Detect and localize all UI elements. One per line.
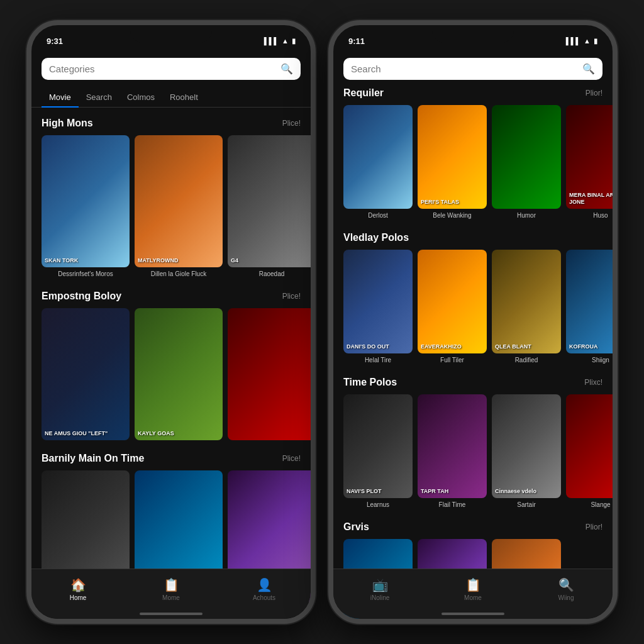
section-action-requiler[interactable]: Plior! — [586, 89, 602, 97]
section-title-empostng: Empostng Boloy — [42, 291, 121, 302]
inoline-icon: 📺 — [372, 577, 388, 592]
movie-poster: DANI'S DO OUT — [343, 250, 413, 353]
section-title-high-mons: High Mons — [42, 118, 93, 129]
nav-label-home: Home — [70, 594, 87, 601]
movie-card[interactable]: KOFROUA Shiign — [566, 250, 613, 364]
movie-poster: MATLYROWND — [135, 135, 223, 267]
nav-mome[interactable]: 📋 Mome — [125, 577, 218, 601]
poster-text: MATLYROWND — [138, 257, 219, 264]
movie-card[interactable]: Cinnaese vdelo Sartair — [492, 394, 561, 509]
movie-title: Raoedad — [228, 270, 311, 278]
section-action-barnily[interactable]: Plice! — [282, 454, 301, 463]
signal-icon-left: ▌▌▌ — [264, 37, 279, 45]
search-bar-right[interactable]: 🔍 — [343, 58, 602, 80]
movie-card[interactable]: PERI'S TALAS Bele Wanking — [418, 105, 487, 219]
movie-card[interactable]: MERA BINAL ARB JONE Huso — [566, 105, 613, 219]
section-requiler: Requiler Plior! Derlost PERI'S TALAS Bel… — [333, 87, 613, 219]
section-action-grvis[interactable]: Plior! — [586, 523, 602, 531]
movie-poster: MERA BINAL ARB JONE — [566, 105, 613, 209]
search-input-left[interactable] — [49, 64, 275, 74]
nav-wiing[interactable]: 🔍 Wiing — [519, 577, 613, 601]
tabs-left: Movie Search Colmos Roohelt — [31, 87, 311, 108]
achouts-icon: 👤 — [257, 577, 272, 592]
movie-poster — [566, 394, 613, 498]
movie-card[interactable]: NE AMUS GIOU "LEFT" — [42, 308, 130, 440]
status-icons-left: ▌▌▌ ▲ ▮ — [264, 37, 296, 45]
nav-label-achouts: Achouts — [253, 594, 275, 601]
tab-colmos[interactable]: Colmos — [119, 87, 162, 107]
section-header-grvis: Grvis Plior! — [333, 521, 613, 533]
movie-card[interactable]: Derlost — [343, 105, 413, 219]
section-action-empostng[interactable]: Plice! — [282, 292, 301, 301]
phone1-content: 🔍 Movie Search Colmos Roohelt High Mons … — [31, 53, 311, 619]
poster-text: NE AMUS GIOU "LEFT" — [45, 430, 126, 437]
movie-poster: SKAN TORK — [42, 135, 130, 267]
search-input-right[interactable] — [351, 64, 577, 74]
movie-card[interactable]: TAPR TAH Flail Time — [418, 394, 487, 509]
movie-poster: NAVI'S PLOT — [343, 394, 413, 498]
section-header-vledlay: Vledlay Polos — [333, 232, 613, 243]
movie-card[interactable]: NAVI'S PLOT Learnus — [343, 394, 413, 509]
movie-title: Radified — [492, 356, 561, 364]
search-button-right[interactable]: 🔍 — [582, 63, 595, 75]
poster-text: QLEA BLANT — [495, 343, 558, 350]
movie-title: Flail Time — [418, 501, 487, 509]
movies-row-high-mons: SKAN TORK Dessrinfset's Moros MATLYROWND… — [31, 135, 311, 278]
section-title-time-polos: Time Polos — [343, 377, 397, 388]
status-icons-right: ▌▌▌ ▲ ▮ — [566, 37, 597, 45]
movie-card[interactable]: QLEA BLANT Radified — [492, 250, 561, 364]
poster-text: NAVI'S PLOT — [347, 488, 409, 495]
nav-achouts[interactable]: 👤 Achouts — [218, 577, 311, 601]
tab-movie[interactable]: Movie — [42, 87, 79, 107]
movie-card[interactable]: EAVERAKHIZO Full Tiler — [418, 250, 487, 364]
status-bar-right: 9:11 ▌▌▌ ▲ ▮ — [333, 25, 613, 53]
movie-card[interactable]: G4 Raoedad — [228, 135, 311, 278]
search-button-left[interactable]: 🔍 — [280, 63, 293, 75]
home-indicator-left — [140, 613, 203, 615]
movie-card[interactable]: DANI'S DO OUT Helal Tire — [343, 250, 413, 364]
movie-title: Sartair — [492, 501, 561, 509]
search-bar-left[interactable]: 🔍 — [42, 58, 301, 80]
movies-row-vledlay: DANI'S DO OUT Helal Tire EAVERAKHIZO Ful… — [333, 250, 613, 364]
section-title-requiler: Requiler — [343, 87, 384, 99]
poster-text: G4 — [231, 257, 311, 264]
nav-inoline[interactable]: 📺 iNoline — [333, 577, 426, 601]
movie-poster: NE AMUS GIOU "LEFT" — [42, 308, 130, 440]
movies-row-requiler: Derlost PERI'S TALAS Bele Wanking Humor — [333, 105, 613, 219]
nav-label-wiing: Wiing — [558, 594, 574, 601]
movie-card[interactable]: Humor — [492, 105, 561, 219]
movie-card[interactable]: SKAN TORK Dessrinfset's Moros — [42, 135, 130, 278]
tab-search[interactable]: Search — [79, 87, 119, 107]
movie-card[interactable]: MATLYROWND Dillen la Giole Fluck — [135, 135, 223, 278]
signal-icon-right: ▌▌▌ — [566, 37, 580, 45]
movie-title: Derlost — [343, 211, 413, 219]
section-action-high-mons[interactable]: Plice! — [282, 119, 301, 128]
battery-icon-left: ▮ — [292, 37, 296, 45]
section-title-grvis: Grvis — [343, 521, 369, 533]
section-header-empostng: Empostng Boloy Plice! — [31, 291, 311, 302]
movie-poster: G4 — [228, 135, 311, 267]
nav-home[interactable]: 🏠 Home — [31, 577, 125, 601]
movie-card[interactable]: Slange — [566, 394, 613, 509]
status-bar-left: 9:31 ▌▌▌ ▲ ▮ — [31, 25, 311, 53]
movie-card[interactable]: KAYLY GOAS — [135, 308, 223, 440]
nav-label-mome: Mome — [162, 594, 180, 601]
nav-mome-right[interactable]: 📋 Mome — [426, 577, 519, 601]
tab-roohelt[interactable]: Roohelt — [162, 87, 206, 107]
movie-card[interactable] — [228, 308, 311, 440]
phone-right: 9:11 ▌▌▌ ▲ ▮ 🔍 Requiler Plior! — [328, 20, 618, 624]
movie-poster: Cinnaese vdelo — [492, 394, 561, 498]
poster-text: KAYLY GOAS — [138, 430, 219, 437]
movie-poster — [228, 308, 311, 440]
section-title-barnily: Barnily Main On Time — [42, 453, 144, 464]
movie-poster: KAYLY GOAS — [135, 308, 223, 440]
section-empostng-boloy: Empostng Boloy Plice! NE AMUS GIOU "LEFT… — [31, 291, 311, 440]
nav-label-mome-right: Mome — [464, 594, 482, 601]
section-action-time-polos[interactable]: Plixc! — [584, 378, 602, 387]
section-header-high-mons: High Mons Plice! — [31, 118, 311, 129]
poster-text: TAPR TAH — [421, 488, 484, 495]
movie-title: Dessrinfset's Moros — [42, 270, 130, 278]
poster-text: EAVERAKHIZO — [421, 343, 484, 350]
movies-row-empostng: NE AMUS GIOU "LEFT" KAYLY GOAS — [31, 308, 311, 440]
wifi-icon-right: ▲ — [584, 37, 591, 45]
